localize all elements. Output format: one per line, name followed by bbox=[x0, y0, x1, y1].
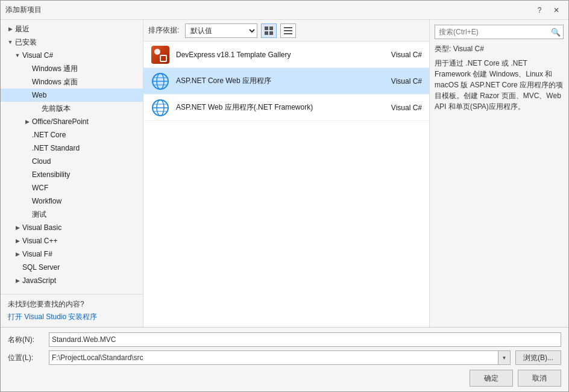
name-label: 名称(N): bbox=[8, 335, 44, 345]
cancel-button[interactable]: 取消 bbox=[518, 370, 561, 387]
template-item-aspnet-core-web[interactable]: ASP.NET Core Web 应用程序Visual C# bbox=[143, 68, 429, 95]
tree-label-windows-desktop: Windows 桌面 bbox=[32, 77, 78, 87]
bottom-buttons: 确定 取消 bbox=[8, 370, 561, 387]
tree-item-sql-server[interactable]: SQL Server bbox=[1, 261, 143, 274]
tree-item-net-standard[interactable]: .NET Standard bbox=[1, 142, 143, 155]
tree-item-installed[interactable]: ▼已安装 bbox=[1, 36, 143, 49]
tree-label-office-sharepoint: Office/SharePoint bbox=[32, 117, 89, 126]
template-icon-aspnet-web bbox=[151, 98, 170, 117]
template-lang-devexpress: Visual C# bbox=[374, 51, 422, 59]
tree-item-previous[interactable]: 先前版本 bbox=[1, 102, 143, 115]
list-icon bbox=[284, 26, 292, 35]
tree-label-installed: 已安装 bbox=[15, 37, 37, 48]
tree-area: ▶最近▼已安装▼Visual C#Windows 通用Windows 桌面Web… bbox=[1, 20, 143, 294]
tree-item-javascript[interactable]: ▶JavaScript bbox=[1, 274, 143, 287]
help-button[interactable]: ? bbox=[532, 4, 547, 16]
toolbar: 排序依据: 默认值名称类型 bbox=[143, 20, 429, 42]
tree-item-cloud[interactable]: Cloud bbox=[1, 155, 143, 168]
tree-label-visual-fsharp: Visual F# bbox=[22, 250, 52, 258]
tree-item-visual-fsharp[interactable]: ▶Visual F# bbox=[1, 247, 143, 261]
template-list: DevExpress v18.1 Template GalleryVisual … bbox=[143, 42, 429, 327]
tree-item-wcf[interactable]: WCF bbox=[1, 181, 143, 194]
template-icon-aspnet-core-web bbox=[151, 72, 170, 91]
template-lang-aspnet-web: Visual C# bbox=[374, 104, 422, 112]
title-bar-buttons: ? ✕ bbox=[532, 4, 564, 16]
tree-label-net-core: .NET Core bbox=[32, 131, 66, 139]
ok-button[interactable]: 确定 bbox=[470, 370, 513, 387]
tree-item-office-sharepoint[interactable]: ▶Office/SharePoint bbox=[1, 115, 143, 128]
tree-label-visual-cpp: Visual C++ bbox=[22, 237, 57, 245]
tree-item-net-core[interactable]: .NET Core bbox=[1, 128, 143, 142]
list-view-button[interactable] bbox=[280, 23, 296, 38]
expand-icon-office-sharepoint: ▶ bbox=[22, 117, 32, 126]
template-item-aspnet-web[interactable]: ASP.NET Web 应用程序(.NET Framework)Visual C… bbox=[143, 95, 429, 121]
location-label: 位置(L): bbox=[8, 353, 44, 363]
svg-rect-6 bbox=[284, 33, 292, 34]
template-lang-aspnet-core-web: Visual C# bbox=[374, 77, 422, 86]
close-button[interactable]: ✕ bbox=[549, 4, 564, 16]
location-input-wrap: ▼ bbox=[49, 350, 511, 365]
tree-item-extensibility[interactable]: Extensibility bbox=[1, 168, 143, 181]
open-installer-link[interactable]: 打开 Visual Studio 安装程序 bbox=[8, 313, 98, 321]
expand-icon-wcf bbox=[22, 183, 32, 193]
expand-icon-previous bbox=[32, 104, 42, 113]
tree-item-visual-basic[interactable]: ▶Visual Basic bbox=[1, 221, 143, 234]
expand-icon-visual-csharp: ▼ bbox=[13, 51, 22, 60]
tree-item-windows-desktop[interactable]: Windows 桌面 bbox=[1, 75, 143, 89]
template-name-aspnet-web: ASP.NET Web 应用程序(.NET Framework) bbox=[176, 102, 368, 113]
sort-label: 排序依据: bbox=[148, 25, 179, 36]
grid-icon bbox=[265, 26, 273, 35]
center-panel: 排序依据: 默认值名称类型 bbox=[143, 20, 430, 327]
expand-icon-web bbox=[22, 90, 32, 100]
location-input[interactable] bbox=[49, 353, 498, 362]
tree-label-windows-general: Windows 通用 bbox=[32, 64, 78, 74]
tree-item-web[interactable]: Web bbox=[1, 89, 143, 102]
tree-item-visual-cpp[interactable]: ▶Visual C++ bbox=[1, 234, 143, 247]
not-found-text: 未找到您要查找的内容? bbox=[8, 299, 136, 310]
tree-label-javascript: JavaScript bbox=[22, 276, 56, 285]
expand-icon-javascript: ▶ bbox=[13, 276, 22, 285]
tree-label-test: 测试 bbox=[32, 210, 46, 220]
expand-icon-recent: ▶ bbox=[5, 24, 15, 34]
search-bar: 🔍 bbox=[435, 25, 564, 39]
project-name-input[interactable] bbox=[49, 332, 561, 347]
tree-label-wcf: WCF bbox=[32, 184, 48, 192]
expand-icon-workflow bbox=[22, 196, 32, 206]
dialog-title: 添加新项目 bbox=[5, 5, 532, 15]
tree-item-visual-csharp[interactable]: ▼Visual C# bbox=[1, 49, 143, 62]
tree-label-sql-server: SQL Server bbox=[22, 263, 60, 272]
search-icon[interactable]: 🔍 bbox=[549, 25, 563, 39]
location-field-row: 位置(L): ▼ 浏览(B)... bbox=[8, 350, 561, 365]
type-label: 类型: Visual C# bbox=[435, 44, 564, 54]
template-item-devexpress[interactable]: DevExpress v18.1 Template GalleryVisual … bbox=[143, 42, 429, 68]
globe-icon bbox=[151, 99, 169, 117]
main-content: ▶最近▼已安装▼Visual C#Windows 通用Windows 桌面Web… bbox=[1, 20, 568, 327]
bottom-area: 名称(N): 位置(L): ▼ 浏览(B)... 确定 取消 bbox=[1, 327, 568, 391]
expand-icon-windows-general bbox=[22, 64, 32, 73]
sort-select[interactable]: 默认值名称类型 bbox=[185, 23, 257, 38]
template-name-aspnet-core-web: ASP.NET Core Web 应用程序 bbox=[176, 76, 368, 86]
description-text: 用于通过 .NET Core 或 .NET Framework 创建 Windo… bbox=[435, 58, 564, 112]
expand-icon-cloud bbox=[22, 157, 32, 166]
grid-view-button[interactable] bbox=[261, 23, 277, 38]
tree-label-extensibility: Extensibility bbox=[32, 170, 70, 179]
tree-item-workflow[interactable]: Workflow bbox=[1, 194, 143, 208]
tree-label-visual-basic: Visual Basic bbox=[22, 223, 61, 232]
tree-item-test[interactable]: 测试 bbox=[1, 208, 143, 221]
svg-point-8 bbox=[154, 49, 160, 55]
tree-item-windows-general[interactable]: Windows 通用 bbox=[1, 62, 143, 75]
location-dropdown-icon[interactable]: ▼ bbox=[498, 351, 510, 364]
svg-rect-0 bbox=[265, 26, 268, 30]
tree-item-recent[interactable]: ▶最近 bbox=[1, 22, 143, 36]
tree-label-web: Web bbox=[32, 91, 46, 99]
tree-label-visual-csharp: Visual C# bbox=[22, 51, 53, 60]
tree-label-workflow: Workflow bbox=[32, 197, 61, 205]
svg-rect-1 bbox=[269, 26, 273, 30]
expand-icon-extensibility bbox=[22, 170, 32, 179]
expand-icon-visual-cpp: ▶ bbox=[13, 236, 22, 246]
expand-icon-net-core bbox=[22, 130, 32, 140]
globe-icon bbox=[151, 72, 169, 90]
tree-label-recent: 最近 bbox=[15, 24, 30, 34]
browse-button[interactable]: 浏览(B)... bbox=[515, 350, 561, 365]
search-input[interactable] bbox=[435, 28, 549, 36]
